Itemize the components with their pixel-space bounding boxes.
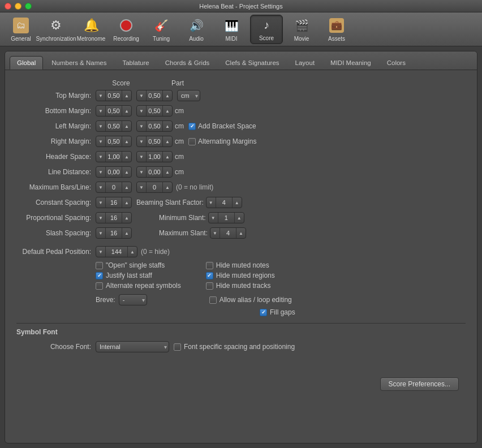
maximum-slant-spinner[interactable]: ▼ 4 ▲ — [210, 227, 246, 239]
line-distance-score-inc[interactable]: ▲ — [122, 166, 131, 178]
toolbar-tuning[interactable]: 🎸 Tuning — [145, 15, 178, 44]
tab-global[interactable]: Global — [10, 56, 43, 70]
window-controls[interactable] — [5, 3, 32, 10]
add-bracket-space-checkbox[interactable] — [188, 123, 196, 130]
toolbar-synchronization[interactable]: ⚙ Synchronization — [40, 15, 72, 44]
hide-muted-tracks-checkbox[interactable] — [206, 282, 213, 290]
bottom-margin-part-inc[interactable]: ▲ — [163, 105, 172, 117]
header-space-score-dec[interactable]: ▼ — [96, 151, 105, 162]
slash-spacing-dec[interactable]: ▼ — [96, 227, 105, 239]
header-space-part-dec[interactable]: ▼ — [137, 151, 146, 162]
tab-colors[interactable]: Colors — [380, 56, 413, 70]
max-bars-score-inc[interactable]: ▲ — [122, 182, 131, 193]
font-select-wrap[interactable]: Internal Bravura Finale Sibelius — [96, 341, 169, 352]
top-margin-part-inc[interactable]: ▲ — [163, 90, 172, 101]
toolbar-metronome[interactable]: 🔔 Metronome — [75, 15, 107, 44]
bottom-margin-part-dec[interactable]: ▼ — [137, 105, 146, 117]
slash-spacing-inc[interactable]: ▲ — [122, 227, 131, 239]
left-margin-part-spinner[interactable]: ▼ 0,50 ▲ — [136, 120, 173, 132]
open-single-staffs-checkbox[interactable] — [96, 262, 103, 269]
max-bars-part-inc[interactable]: ▲ — [163, 182, 172, 193]
alternate-repeat-symbols-checkbox[interactable] — [96, 282, 103, 290]
tab-chords-grids[interactable]: Chords & Grids — [158, 56, 217, 70]
maximize-button[interactable] — [25, 3, 32, 10]
font-select[interactable]: Internal Bravura Finale Sibelius — [96, 341, 169, 352]
close-button[interactable] — [5, 3, 11, 10]
bottom-margin-score-dec[interactable]: ▼ — [96, 105, 105, 117]
tab-clefs-signatures[interactable]: Clefs & Signatures — [218, 56, 286, 70]
justify-last-staff-checkbox[interactable] — [96, 272, 103, 279]
top-margin-part-dec[interactable]: ▼ — [137, 90, 146, 101]
maximum-slant-inc[interactable]: ▲ — [236, 227, 246, 239]
top-margin-part-spinner[interactable]: ▼ 0,50 ▲ — [136, 90, 173, 101]
constant-spacing-spinner[interactable]: ▼ 16 ▲ — [96, 197, 132, 208]
toolbar-general[interactable]: 🗂 General — [5, 15, 37, 44]
proportional-spacing-spinner[interactable]: ▼ 16 ▲ — [96, 212, 132, 223]
allow-alias-checkbox[interactable] — [209, 296, 217, 304]
hide-muted-regions-checkbox[interactable] — [206, 272, 213, 279]
bottom-margin-part-spinner[interactable]: ▼ 0,50 ▲ — [136, 105, 173, 117]
max-bars-score-spinner[interactable]: ▼ 0 ▲ — [96, 182, 132, 193]
maximum-slant-dec[interactable]: ▼ — [210, 227, 220, 239]
header-space-part-spinner[interactable]: ▼ 1,00 ▲ — [136, 151, 173, 162]
left-margin-score-spinner[interactable]: ▼ 0,50 ▲ — [96, 120, 132, 132]
beaming-slant-spinner[interactable]: ▼ 4 ▲ — [206, 197, 242, 208]
toolbar-score[interactable]: ♪ Score — [250, 15, 283, 44]
breve-select[interactable]: - ◻ ◼ — [119, 294, 147, 305]
line-distance-part-dec[interactable]: ▼ — [137, 166, 146, 178]
tab-tablature[interactable]: Tablature — [115, 56, 156, 70]
header-space-score-spinner[interactable]: ▼ 1,00 ▲ — [96, 151, 132, 162]
alternating-margins-checkbox[interactable] — [188, 138, 196, 145]
fill-gaps-checkbox[interactable] — [260, 309, 267, 316]
bottom-margin-score-inc[interactable]: ▲ — [122, 105, 131, 117]
constant-spacing-dec[interactable]: ▼ — [96, 197, 105, 208]
right-margin-part-dec[interactable]: ▼ — [137, 136, 146, 147]
font-specific-spacing-checkbox[interactable] — [174, 343, 181, 351]
default-pedal-inc[interactable]: ▲ — [128, 246, 137, 257]
top-margin-score-inc[interactable]: ▲ — [122, 90, 131, 101]
beaming-slant-dec[interactable]: ▼ — [206, 197, 216, 208]
right-margin-score-dec[interactable]: ▼ — [96, 136, 105, 147]
top-margin-score-spinner[interactable]: ▼ 0,50 ▲ — [96, 90, 132, 101]
toolbar-movie[interactable]: 🎬 Movie — [285, 15, 318, 44]
line-distance-score-dec[interactable]: ▼ — [96, 166, 105, 178]
tab-midi-meaning[interactable]: MIDI Meaning — [323, 56, 378, 70]
beaming-slant-inc[interactable]: ▲ — [233, 197, 242, 208]
left-margin-score-dec[interactable]: ▼ — [96, 120, 105, 132]
left-margin-part-inc[interactable]: ▲ — [163, 120, 172, 132]
score-preferences-button[interactable]: Score Preferences... — [380, 377, 459, 391]
proportional-spacing-inc[interactable]: ▲ — [122, 212, 131, 223]
line-distance-score-spinner[interactable]: ▼ 0,00 ▲ — [96, 166, 132, 178]
right-margin-part-inc[interactable]: ▲ — [163, 136, 172, 147]
top-margin-score-dec[interactable]: ▼ — [96, 90, 105, 101]
minimum-slant-dec[interactable]: ▼ — [209, 212, 218, 223]
toolbar-recording[interactable]: Recording — [110, 15, 143, 44]
right-margin-part-spinner[interactable]: ▼ 0,50 ▲ — [136, 136, 173, 147]
header-space-part-inc[interactable]: ▲ — [163, 151, 172, 162]
right-margin-score-inc[interactable]: ▲ — [122, 136, 131, 147]
default-pedal-spinner[interactable]: ▼ 144 ▲ — [96, 246, 137, 257]
left-margin-score-inc[interactable]: ▲ — [122, 120, 131, 132]
minimum-slant-spinner[interactable]: ▼ 1 ▲ — [208, 212, 244, 223]
max-bars-part-spinner[interactable]: ▼ 0 ▲ — [136, 182, 173, 193]
constant-spacing-inc[interactable]: ▲ — [122, 197, 131, 208]
left-margin-part-dec[interactable]: ▼ — [137, 120, 146, 132]
header-space-score-inc[interactable]: ▲ — [122, 151, 131, 162]
tab-numbers-names[interactable]: Numbers & Names — [44, 56, 114, 70]
top-margin-unit-select-wrap[interactable]: cminpt — [177, 90, 200, 101]
hide-muted-notes-checkbox[interactable] — [206, 262, 213, 269]
toolbar-audio[interactable]: 🔊 Audio — [180, 15, 213, 44]
toolbar-midi[interactable]: 🎹 MIDI — [215, 15, 248, 44]
tab-layout[interactable]: Layout — [288, 56, 322, 70]
right-margin-score-spinner[interactable]: ▼ 0,50 ▲ — [96, 136, 132, 147]
toolbar-assets[interactable]: 💼 Assets — [320, 15, 353, 44]
breve-select-wrap[interactable]: - ◻ ◼ — [119, 294, 147, 305]
bottom-margin-score-spinner[interactable]: ▼ 0,50 ▲ — [96, 105, 132, 117]
top-margin-unit-select[interactable]: cminpt — [177, 90, 200, 101]
line-distance-part-spinner[interactable]: ▼ 0,00 ▲ — [136, 166, 173, 178]
max-bars-score-dec[interactable]: ▼ — [96, 182, 105, 193]
line-distance-part-inc[interactable]: ▲ — [163, 166, 172, 178]
max-bars-part-dec[interactable]: ▼ — [137, 182, 146, 193]
minimize-button[interactable] — [15, 3, 21, 10]
default-pedal-dec[interactable]: ▼ — [96, 246, 105, 257]
